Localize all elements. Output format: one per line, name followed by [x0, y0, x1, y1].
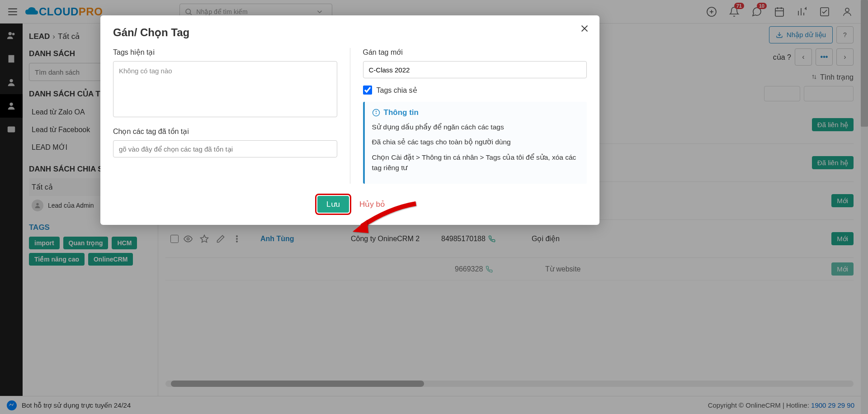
modal-title: Gán/ Chọn Tag	[113, 26, 587, 39]
share-tags-checkbox-row[interactable]: Tags chia sẻ	[363, 86, 587, 95]
info-title: Thông tin	[372, 108, 580, 117]
cancel-button[interactable]: Hủy bỏ	[359, 200, 385, 209]
info-icon	[372, 109, 380, 117]
save-button[interactable]: Lưu	[317, 196, 349, 213]
close-icon	[580, 24, 590, 33]
save-button-highlight: Lưu	[315, 194, 351, 215]
info-line-3: Chọn Cài đặt > Thông tin cá nhân > Tags …	[372, 152, 580, 173]
current-tags-label: Tags hiện tại	[113, 48, 337, 57]
info-box: Thông tin Sử dụng dấu phẩy để ngăn cách …	[363, 102, 587, 184]
info-line-2: Đã chia sẻ các tags cho toàn bộ người dù…	[372, 137, 580, 147]
choose-existing-input[interactable]	[113, 140, 337, 157]
choose-existing-label: Chọn các tag đã tồn tại	[113, 127, 337, 136]
tag-modal: Gán/ Chọn Tag Tags hiện tại Không có tag…	[100, 15, 599, 225]
current-tags-box[interactable]: Không có tag nào	[113, 61, 337, 117]
svg-point-44	[376, 111, 376, 111]
modal-close-button[interactable]	[580, 24, 590, 35]
info-line-1: Sử dụng dấu phẩy để ngăn cách các tags	[372, 122, 580, 132]
modal-footer: Lưu Hủy bỏ	[113, 194, 587, 215]
new-tag-input[interactable]	[363, 61, 587, 78]
share-tags-checkbox[interactable]	[363, 86, 372, 95]
share-tags-label: Tags chia sẻ	[377, 86, 417, 95]
new-tag-label: Gán tag mới	[363, 48, 587, 57]
